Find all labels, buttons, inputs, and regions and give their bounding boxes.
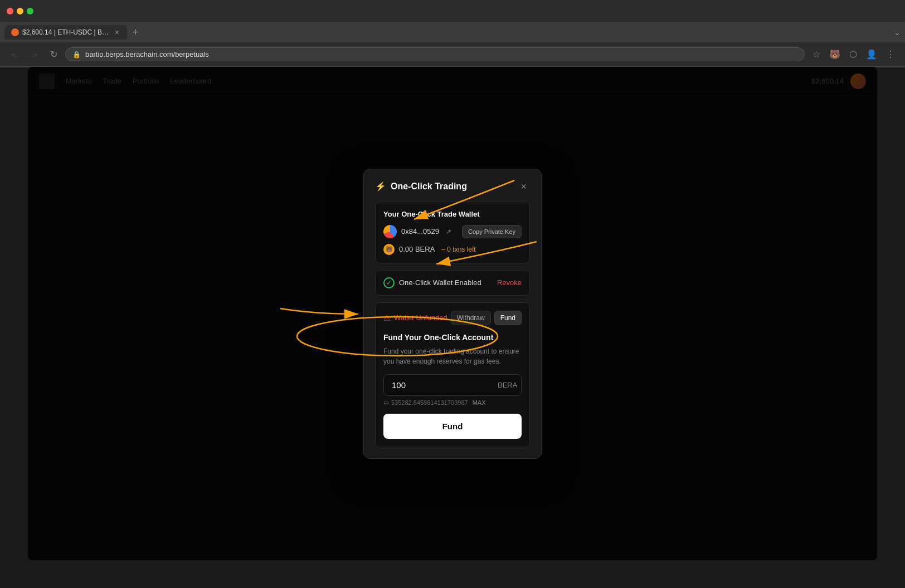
unfunded-label: Wallet Unfunded [394,313,447,322]
nav-bar: ← → ↻ 🔒 ☆ 🐻 ⬡ 👤 ⋮ [0,42,905,67]
close-window-button[interactable] [7,8,13,14]
title-bar [0,0,905,22]
tab-favicon [11,28,19,36]
maximize-window-button[interactable] [27,8,33,14]
modal-close-button[interactable]: × [517,180,530,193]
menu-button[interactable]: ⋮ [883,47,898,62]
wallet-address-text: 0x84...0529 [401,227,439,236]
wallet-enabled-text: One-Click Wallet Enabled [399,278,481,287]
wallet-avatar-icon [383,225,397,238]
unfunded-header: ⚠ Wallet Unfunded Withdraw Fund [383,311,522,325]
reload-button[interactable]: ↻ [47,47,61,62]
wallet-hint-icon: 🗂 [383,399,389,405]
extension-share-button[interactable]: ⬡ [846,47,860,62]
wallet-address-row: 0x84...0529 ↗ Copy Private Key [383,225,522,238]
enabled-check-icon: ✓ [383,277,395,288]
fund-small-button[interactable]: Fund [494,311,522,325]
lightning-icon: ⚡ [375,181,386,192]
bera-token-icon: 🐻 [383,244,395,255]
one-click-trading-modal: ⚡ One-Click Trading × Your One-Click Tra… [363,169,542,459]
balance-hint: 🗂 535282.8458814131703987 MAX [383,399,522,406]
max-label: MAX [473,399,486,406]
unfunded-section: ⚠ Wallet Unfunded Withdraw Fund Fund You… [375,302,530,447]
copy-private-key-button[interactable]: Copy Private Key [462,225,522,238]
modal-header: ⚡ One-Click Trading × [375,180,530,193]
withdraw-button[interactable]: Withdraw [451,311,491,325]
wallet-balance-text: 0.00 BERA [399,245,435,253]
balance-amount-text: 535282.8458814131703987 [391,399,468,406]
forward-button[interactable]: → [27,47,42,62]
active-tab[interactable]: $2,600.14 | ETH-USDC | BER × [4,25,127,40]
lock-icon: 🔒 [72,51,81,58]
fund-title: Fund Your One-Click Account [383,333,522,342]
unfunded-left: ⚠ Wallet Unfunded [383,313,447,322]
minimize-window-button[interactable] [17,8,23,14]
wallet-section: Your One-Click Trade Wallet 0x84...0529 … [375,202,530,263]
address-input[interactable] [85,50,797,58]
unfunded-actions: Withdraw Fund [451,311,522,325]
wallet-addr-left: 0x84...0529 ↗ [383,225,451,238]
extension-bear-button[interactable]: 🐻 [826,47,844,62]
bookmark-button[interactable]: ☆ [809,47,824,62]
app-background: Markets Trade Portfolio Leaderboard $2,6… [28,67,877,560]
tab-title: $2,600.14 | ETH-USDC | BER [22,28,110,36]
external-link-icon: ↗ [446,228,451,236]
modal-overlay: ⚡ One-Click Trading × Your One-Click Tra… [28,67,877,560]
fund-main-button[interactable]: Fund [383,414,522,439]
fund-description: Fund your one-click trading account to e… [383,346,522,366]
modal-title: ⚡ One-Click Trading [375,181,467,192]
fund-input-unit: BERA [498,381,517,389]
wallet-enabled-row: ✓ One-Click Wallet Enabled Revoke [375,270,530,296]
revoke-button[interactable]: Revoke [497,278,522,287]
wallet-section-label: Your One-Click Trade Wallet [383,210,522,218]
tab-bar: $2,600.14 | ETH-USDC | BER × + ⌄ [0,22,905,42]
fund-amount-input[interactable] [392,380,498,390]
back-button[interactable]: ← [7,47,22,62]
modal-title-text: One-Click Trading [391,182,467,192]
fund-input-row: BERA [383,374,522,396]
wallet-balance-row: 🐻 0.00 BERA – 0 txns left [383,244,522,255]
txns-left-text: – 0 txns left [441,246,475,253]
profile-button[interactable]: 👤 [863,47,880,62]
new-tab-button[interactable]: + [129,27,142,38]
window-controls [7,8,33,14]
address-bar[interactable]: 🔒 [65,47,805,61]
warning-icon: ⚠ [383,313,391,322]
tabs-chevron-button[interactable]: ⌄ [894,28,901,37]
nav-actions: ☆ 🐻 ⬡ 👤 ⋮ [809,47,898,62]
tab-close-button[interactable]: × [114,28,120,36]
status-left: ✓ One-Click Wallet Enabled [383,277,481,288]
